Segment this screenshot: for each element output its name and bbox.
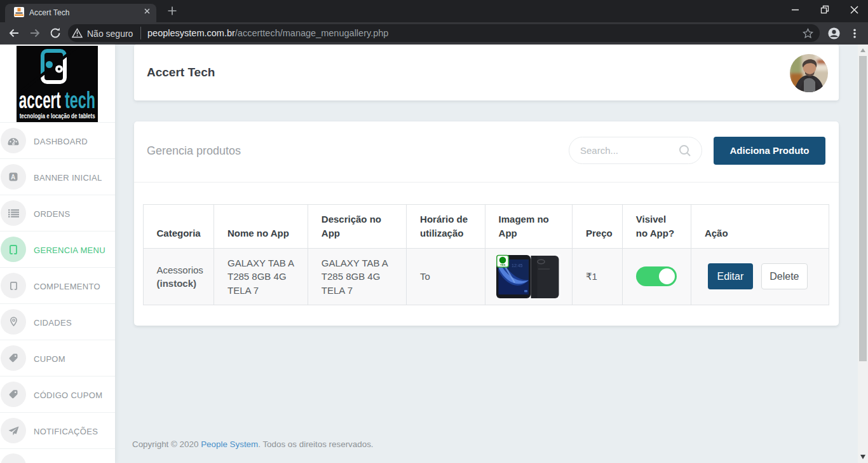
svg-text:tecnologia e locação de tablet: tecnologia e locação de tablets — [20, 112, 95, 120]
svg-text:12:45: 12:45 — [512, 263, 523, 268]
svg-text:A: A — [11, 174, 15, 181]
svg-text:tech: tech — [65, 87, 95, 113]
svg-text:YES: YES — [500, 263, 506, 266]
svg-text:accert: accert — [19, 87, 61, 113]
